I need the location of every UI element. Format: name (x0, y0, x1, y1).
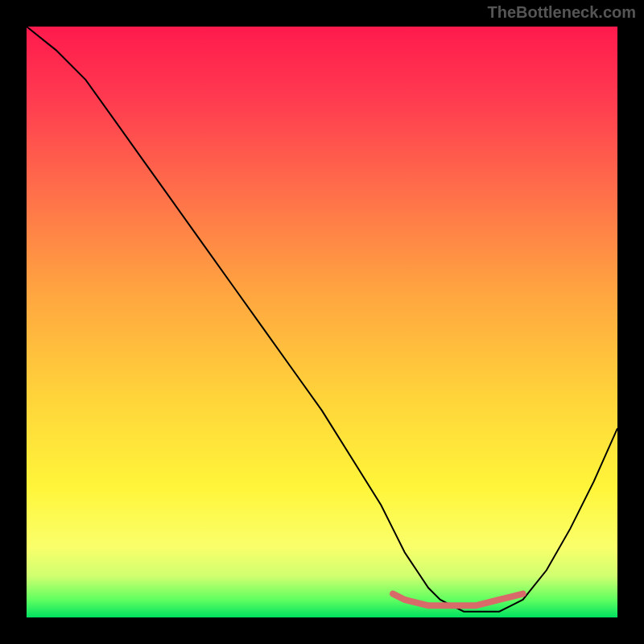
watermark-text: TheBottleneck.com (488, 3, 636, 22)
chart-svg (27, 27, 617, 617)
plot-area (27, 27, 617, 617)
highlight-segment (393, 594, 522, 606)
bottleneck-curve (27, 27, 617, 612)
